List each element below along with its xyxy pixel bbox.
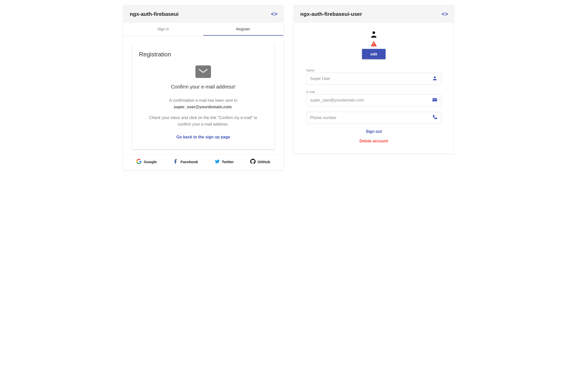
code-icon[interactable]: < > <box>442 11 447 17</box>
name-field-group: Name Super User <box>306 69 441 85</box>
email-label: E-mail <box>306 90 441 94</box>
period: . <box>232 105 233 109</box>
phone-placeholder: Phone number <box>310 116 336 120</box>
twitter-login-button[interactable]: Twitter <box>214 159 234 165</box>
auth-panel-header: ngx-auth-firebaseui < > <box>123 5 283 23</box>
email-field-group: E-mail super_user@yourdomain.com <box>306 90 441 106</box>
svg-rect-2 <box>374 45 374 46</box>
facebook-icon <box>173 159 178 165</box>
tab-signin[interactable]: Sign in <box>123 23 203 36</box>
github-icon <box>250 159 256 165</box>
name-value: Super User <box>310 76 330 81</box>
google-login-button[interactable]: Google <box>136 159 157 165</box>
confirm-sent-prefix: A confirmation e-mail has been sent to <box>169 98 237 103</box>
phone-field[interactable]: Phone number <box>306 112 441 124</box>
email-field[interactable]: super_user@yourdomain.com <box>306 94 441 106</box>
registration-card: Registration Confirm your e-mail address… <box>132 43 274 149</box>
person-icon <box>432 75 438 82</box>
github-login-button[interactable]: GitHub <box>250 159 270 165</box>
code-icon[interactable]: < > <box>271 11 277 17</box>
auth-panel-title: ngx-auth-firebaseui <box>130 11 179 17</box>
name-label: Name <box>306 69 441 72</box>
twitter-icon <box>214 159 220 165</box>
svg-rect-1 <box>374 43 374 45</box>
tab-register[interactable]: Register <box>203 23 283 36</box>
facebook-login-button[interactable]: Facebook <box>173 159 198 165</box>
facebook-label: Facebook <box>180 160 198 164</box>
email-value: super_user@yourdomain.com <box>310 98 364 102</box>
warning-icon <box>371 41 377 47</box>
mail-icon <box>432 97 438 104</box>
confirm-sent-text: A confirmation e-mail has been sent to s… <box>139 97 267 110</box>
social-row: Google Facebook Twitter GitHub <box>123 154 283 167</box>
confirm-instructions: Check your inbox and click on the link "… <box>139 115 267 127</box>
person-icon <box>370 30 378 39</box>
auth-tabs: Sign in Register <box>123 23 283 36</box>
registration-heading: Registration <box>139 51 267 58</box>
svg-point-3 <box>434 76 436 78</box>
signout-link[interactable]: Sign out <box>306 129 441 134</box>
user-card: edit Name Super User E-mail super_user@y… <box>294 23 454 151</box>
auth-panel: ngx-auth-firebaseui < > Sign in Register… <box>123 5 283 170</box>
phone-field-group: Phone number <box>306 112 441 124</box>
user-panel: ngx-auth-firebaseui-user < > edit Name S… <box>294 5 454 154</box>
user-panel-title: ngx-auth-firebaseui-user <box>300 11 362 17</box>
google-label: Google <box>144 160 157 164</box>
back-to-signup-link[interactable]: Go back to the sign up page <box>139 135 267 139</box>
edit-button[interactable]: edit <box>362 49 386 59</box>
confirm-email: super_user@yourdomain.com <box>174 105 232 109</box>
avatar-block: edit <box>306 30 441 64</box>
mail-icon <box>195 65 211 78</box>
github-label: GitHub <box>258 160 270 164</box>
svg-point-0 <box>373 31 375 34</box>
user-panel-header: ngx-auth-firebaseui-user < > <box>294 5 454 23</box>
twitter-label: Twitter <box>222 160 234 164</box>
delete-account-link[interactable]: Delete account <box>306 139 441 143</box>
name-field[interactable]: Super User <box>306 73 441 85</box>
phone-icon <box>432 115 438 121</box>
google-icon <box>136 159 142 165</box>
confirm-title: Confirm your e-mail address! <box>139 84 267 90</box>
